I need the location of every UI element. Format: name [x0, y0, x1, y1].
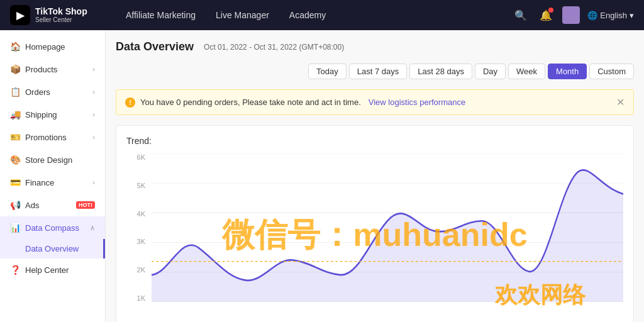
sidebar-item-label: Products — [25, 65, 87, 74]
nav-affiliate-marketing[interactable]: Affiliate Marketing — [126, 8, 196, 23]
sidebar-item-orders[interactable]: 📋 Orders › — [0, 80, 105, 103]
chart-container: 6K 5K 4K 3K 2K 1K — [126, 153, 623, 317]
sidebar-item-label: Homepage — [25, 42, 95, 52]
close-icon[interactable]: ✕ — [616, 96, 625, 108]
alert-link[interactable]: View logistics performance — [369, 97, 465, 107]
date-range: Oct 01, 2022 - Oct 31, 2022 (GMT+08:00) — [204, 43, 344, 52]
sidebar-item-label: Store Design — [25, 155, 95, 165]
nav-live-manager[interactable]: Live Manager — [216, 8, 269, 23]
sidebar-item-help-center[interactable]: ❓ Help Center — [0, 258, 105, 281]
sidebar-item-promotions[interactable]: 🎫 Promotions › — [0, 126, 105, 148]
orders-icon: 📋 — [10, 87, 20, 97]
main-content: Data Overview Oct 01, 2022 - Oct 31, 202… — [106, 30, 644, 322]
store-design-icon: 🎨 — [10, 155, 20, 165]
sidebar-item-label: Finance — [25, 178, 87, 187]
sidebar-item-label: Orders — [25, 87, 87, 97]
help-center-icon: ❓ — [10, 265, 20, 275]
sidebar-subitem-data-overview[interactable]: Data Overview — [0, 239, 105, 258]
warning-icon: ! — [125, 97, 135, 108]
products-icon: 📦 — [10, 64, 20, 74]
sidebar-item-store-design[interactable]: 🎨 Store Design — [0, 148, 105, 171]
date-filter-buttons: Today Last 7 days Last 28 days Day Week … — [308, 64, 634, 79]
alert-banner: ! You have 0 pending orders, Please take… — [116, 89, 634, 115]
trend-label: Trend: — [126, 136, 623, 146]
top-navigation: ▶ TikTok Shop Seller Center Affiliate Ma… — [0, 0, 644, 30]
logo-text: TikTok Shop Seller Center — [35, 6, 87, 25]
avatar[interactable] — [562, 6, 580, 24]
filter-custom[interactable]: Custom — [589, 64, 634, 79]
sidebar-item-finance[interactable]: 💳 Finance › — [0, 171, 105, 194]
finance-icon: 💳 — [10, 177, 20, 187]
chart-section: Trend: 6K 5K 4K 3K 2K 1K — [116, 125, 634, 322]
y-label-2k: 2K — [137, 266, 145, 274]
search-icon[interactable]: 🔍 — [512, 6, 530, 24]
tiktok-logo-icon: ▶ — [10, 5, 30, 25]
sidebar-item-shipping[interactable]: 🚚 Shipping › — [0, 103, 105, 126]
chevron-down-icon: › — [92, 111, 95, 118]
sidebar-item-label: Ads — [25, 201, 71, 210]
sidebar-item-label: Promotions — [25, 133, 87, 142]
sidebar: 🏠 Homepage 📦 Products › 📋 Orders › 🚚 Shi… — [0, 30, 106, 322]
filter-week[interactable]: Week — [508, 64, 545, 79]
language-selector[interactable]: 🌐 English ▾ — [587, 11, 634, 20]
shipping-icon: 🚚 — [10, 109, 20, 119]
sidebar-item-ads[interactable]: 📢 Ads HOT! — [0, 194, 105, 216]
notification-icon[interactable]: 🔔 — [537, 6, 555, 24]
chevron-down-icon: › — [92, 65, 95, 73]
alert-text: You have 0 pending orders, Please take n… — [140, 97, 361, 107]
chevron-down-icon: › — [92, 133, 95, 141]
sidebar-item-label: Shipping — [25, 110, 87, 119]
y-label-5k: 5K — [137, 182, 145, 189]
logo[interactable]: ▶ TikTok Shop Seller Center — [10, 5, 111, 25]
sidebar-item-label: Help Center — [25, 265, 95, 275]
sidebar-item-label: Data Compass — [25, 223, 85, 233]
chevron-down-icon: › — [92, 88, 95, 96]
nav-right-controls: 🔍 🔔 🌐 English ▾ — [512, 6, 634, 24]
y-label-1k: 1K — [137, 294, 145, 302]
chevron-up-icon: ∧ — [90, 224, 95, 232]
chart-svg — [152, 153, 623, 302]
filter-today[interactable]: Today — [308, 64, 347, 79]
nav-links: Affiliate Marketing Live Manager Academy — [126, 8, 497, 23]
page-header: Data Overview Oct 01, 2022 - Oct 31, 202… — [116, 40, 634, 79]
page-title: Data Overview — [116, 40, 194, 53]
filter-day[interactable]: Day — [475, 64, 506, 79]
chevron-down-icon: › — [92, 179, 95, 186]
chart-y-axis: 6K 5K 4K 3K 2K 1K — [126, 153, 149, 302]
sidebar-item-products[interactable]: 📦 Products › — [0, 58, 105, 80]
hot-badge: HOT! — [76, 201, 95, 209]
homepage-icon: 🏠 — [10, 42, 20, 52]
filter-month[interactable]: Month — [548, 64, 587, 79]
filter-last7days[interactable]: Last 7 days — [349, 64, 408, 79]
notification-badge — [548, 8, 553, 13]
data-compass-icon: 📊 — [10, 223, 20, 233]
y-label-3k: 3K — [137, 238, 145, 245]
ads-icon: 📢 — [10, 200, 20, 210]
filter-last28days[interactable]: Last 28 days — [409, 64, 472, 79]
sidebar-item-data-compass[interactable]: 📊 Data Compass ∧ — [0, 216, 105, 239]
nav-academy[interactable]: Academy — [289, 8, 326, 23]
promotions-icon: 🎫 — [10, 132, 20, 142]
y-label-4k: 4K — [137, 210, 145, 218]
chart-area — [152, 153, 623, 302]
y-label-6k: 6K — [137, 153, 145, 161]
main-layout: 🏠 Homepage 📦 Products › 📋 Orders › 🚚 Shi… — [0, 30, 644, 322]
sidebar-item-homepage[interactable]: 🏠 Homepage — [0, 35, 105, 58]
